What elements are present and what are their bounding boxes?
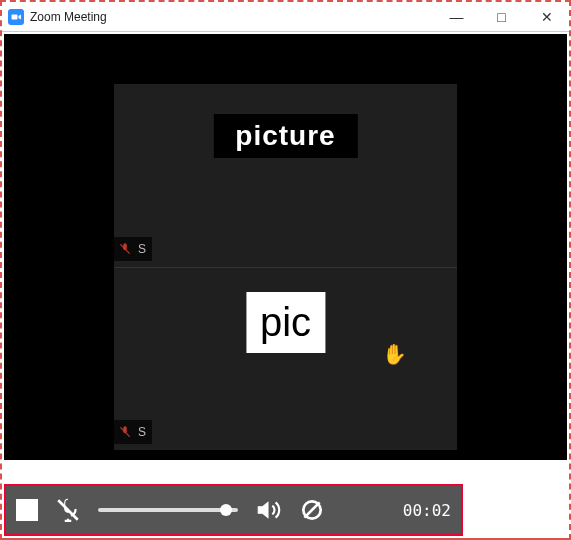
seek-slider[interactable] [98, 508, 238, 512]
meeting-content: picture S pic ✋ S [4, 34, 567, 460]
playback-time: 00:02 [403, 501, 451, 520]
video-gallery: picture S pic ✋ S [114, 84, 457, 450]
seek-slider-knob[interactable] [220, 504, 232, 516]
participant-name-badge: S [114, 420, 152, 444]
media-player-bar: 00:02 [4, 484, 463, 536]
raise-hand-icon: ✋ [382, 342, 407, 366]
mic-muted-icon [118, 242, 132, 256]
stop-button[interactable] [16, 499, 38, 521]
participant-tile[interactable]: pic ✋ S [114, 267, 457, 450]
zoom-app-icon [8, 9, 24, 25]
app-window: Zoom Meeting — □ ✕ picture S pic ✋ [0, 0, 571, 540]
close-button[interactable]: ✕ [524, 2, 569, 32]
participant-thumbnail: picture [213, 114, 357, 158]
window-title: Zoom Meeting [30, 10, 107, 24]
participant-name: S [138, 242, 146, 256]
participant-name: S [138, 425, 146, 439]
mic-muted-button[interactable] [54, 496, 82, 524]
maximize-button[interactable]: □ [479, 2, 524, 32]
camera-off-button[interactable] [298, 496, 326, 524]
minimize-button[interactable]: — [434, 2, 479, 32]
participant-name-badge: S [114, 237, 152, 261]
volume-button[interactable] [254, 496, 282, 524]
titlebar: Zoom Meeting — □ ✕ [2, 2, 569, 32]
svg-rect-0 [12, 14, 18, 19]
participant-thumbnail: pic [246, 292, 325, 353]
bottom-whitespace [467, 484, 567, 536]
mic-muted-icon [118, 425, 132, 439]
participant-tile[interactable]: picture S [114, 84, 457, 267]
